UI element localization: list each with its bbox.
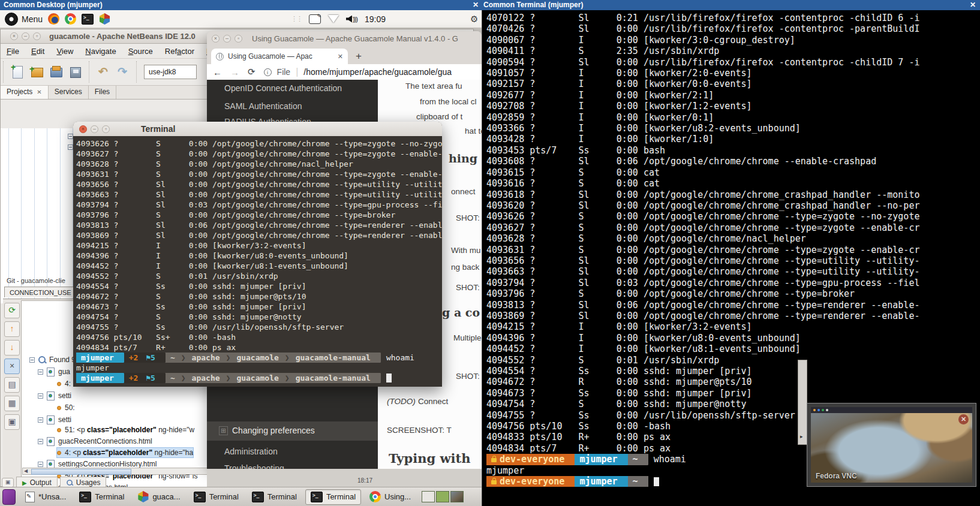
workspace-switcher[interactable] — [422, 491, 464, 502]
text-cursor[interactable] — [386, 374, 392, 382]
show-details-button[interactable]: ▣ — [4, 414, 20, 430]
restore-window-icon[interactable]: ▣ — [2, 478, 14, 487]
prompt-segment: guacamole-manual — [291, 373, 375, 383]
terminal-maximize-button[interactable]: ▫ — [102, 125, 110, 133]
taskbar-item[interactable]: Terminal — [305, 489, 361, 505]
shell-prompt-active[interactable]: mjumper+2 ⚑5~❯apache❯guacamole❯guacamole… — [76, 373, 442, 383]
terminal-minimize-button[interactable]: ‒ — [91, 125, 98, 133]
terminal-launcher-icon[interactable] — [82, 14, 94, 25]
taskbar-item[interactable]: guaca... — [133, 489, 185, 504]
process-line: 4092859 ? I 0:00 [kworker/0:1] — [486, 112, 980, 123]
netbeans-close-button[interactable]: × — [10, 32, 18, 40]
tab-projects[interactable]: Projects✕ — [1, 86, 49, 99]
new-file-button[interactable] — [11, 65, 24, 79]
manual-text-fragment: SHOT: E — [456, 213, 482, 222]
taskbar-item[interactable]: *Unsa... — [20, 490, 71, 504]
prompt-segment: ~ — [628, 454, 643, 465]
status-time: 18:17 — [357, 477, 372, 484]
tab-services[interactable]: Services — [49, 86, 89, 99]
viewer-scroll-strip[interactable]: ▸ — [798, 360, 807, 445]
prompt-segment: dev-everyone — [486, 476, 569, 487]
process-line: 4093428 ? I 0:00 [kworker/1:0] — [486, 134, 980, 144]
menubar-item[interactable]: Navigate — [85, 47, 116, 56]
logical-view-button[interactable]: ▤ — [4, 377, 20, 393]
manual-text-fragment: SHOT: C — [456, 283, 482, 292]
terminal-output[interactable]: 4093626 ? S 0:00 /opt/google/chrome/chro… — [73, 136, 442, 387]
prompt-segment: mjumper — [76, 353, 119, 363]
screenshot-tool-icon[interactable] — [309, 14, 321, 24]
process-line: 4093663 ? Sl 0:00 /opt/google/chrome/chr… — [486, 266, 980, 277]
manual-text-fragment: With mu — [451, 246, 481, 255]
manual-text-fragment: from the local cl — [420, 97, 477, 106]
right-session-close-icon[interactable]: ✕ — [970, 0, 976, 10]
terminal-close-button[interactable]: × — [79, 125, 87, 133]
taskbar-launcher-icon[interactable] — [2, 489, 16, 505]
taskbar-item[interactable]: Terminal — [74, 490, 129, 504]
netbeans-minimize-button[interactable]: ‒ — [22, 32, 29, 40]
menubar-item[interactable]: View — [56, 47, 73, 56]
right-session-close-icon-left[interactable]: ✕ — [473, 0, 479, 10]
next-occurrence-button[interactable]: ↓ — [4, 340, 20, 356]
vnc-close-button[interactable]: ✕ — [958, 414, 969, 424]
menubar-item[interactable]: Refactor — [165, 47, 194, 56]
process-line: 4093813 ? Sl 0:06 /opt/google/chrome/chr… — [76, 220, 442, 230]
workspace-3[interactable] — [450, 491, 464, 502]
tab-projects-close-icon[interactable]: ✕ — [37, 89, 41, 95]
prompt-segment: apache — [187, 353, 225, 363]
save-all-button[interactable] — [68, 65, 82, 79]
scrollbar-thumb[interactable] — [31, 469, 131, 475]
menubar-item[interactable]: Edit — [31, 47, 44, 56]
open-project-button[interactable] — [49, 65, 62, 79]
network-icon[interactable] — [328, 15, 339, 23]
previous-occurrence-button[interactable]: ↑ — [4, 321, 20, 337]
new-project-button[interactable] — [30, 65, 43, 79]
process-line: 4093663 ? Sl 0:00 /opt/google/chrome/chr… — [76, 189, 442, 200]
menubar-item[interactable]: Source — [128, 47, 153, 56]
settings-gear-icon[interactable]: ⚙ — [470, 14, 478, 25]
terminal-icon — [194, 492, 206, 502]
undo-button[interactable]: ↶ — [97, 65, 110, 79]
expand-handle-icon[interactable] — [68, 134, 73, 139]
prompt-segment: ~ — [166, 373, 180, 383]
text-cursor[interactable] — [654, 477, 659, 486]
tab-files[interactable]: Files — [89, 86, 116, 99]
vnc-preview-window[interactable]: ✕ Fedora VNC — [807, 403, 976, 487]
process-line: 4093366 ? I 0:00 [kworker/u8:2-events_un… — [486, 123, 980, 134]
guacamole-launcher-icon[interactable] — [99, 13, 110, 25]
applications-menu-button[interactable]: Menu — [1, 10, 46, 28]
workspace-2[interactable] — [436, 491, 449, 502]
prompt-part: +2 — [129, 373, 139, 383]
panel-grip-icon[interactable]: ⋮⋮ — [291, 15, 302, 23]
process-line: 4093813 ? Sl 0:06 /opt/google/chrome/chr… — [486, 300, 980, 311]
panel-clock[interactable]: 19:09 — [365, 14, 386, 24]
screen: Common Desktop (mjumper) Menu ⋮⋮ ))) 19:… — [0, 0, 980, 506]
volume-icon[interactable]: ))) — [346, 16, 357, 23]
results-horizontal-scrollbar[interactable]: ◀ — [22, 468, 208, 475]
refresh-results-button[interactable]: ⟳ — [4, 303, 20, 318]
menubar-item[interactable]: File — [7, 47, 19, 56]
workspace-1[interactable] — [422, 491, 435, 502]
vnc-desktop-thumbnail[interactable]: ✕ Fedora VNC — [811, 407, 972, 483]
process-line: 4093631 ? S 0:00 /opt/google/chrome/chro… — [486, 245, 980, 255]
prompt-segment: ~ — [628, 476, 643, 487]
taskbar-item[interactable]: Terminal — [247, 490, 302, 504]
typed-command: whoami — [381, 353, 414, 363]
firefox-launcher-icon[interactable] — [48, 13, 59, 25]
expand-handle-icon[interactable] — [68, 144, 73, 150]
scroll-right-icon[interactable]: ▸ — [800, 433, 803, 439]
vnc-window-label: Fedora VNC — [816, 472, 857, 480]
scroll-left-icon[interactable]: ◀ — [24, 468, 28, 474]
collapse-tree-button[interactable]: × — [4, 359, 20, 374]
physical-view-button[interactable]: ▦ — [4, 396, 20, 411]
chrome-launcher-icon[interactable] — [65, 13, 76, 25]
terminal-titlebar[interactable]: × ‒ ▫ Terminal — [73, 122, 442, 137]
jdk-config-select[interactable]: use-jdk8 — [144, 65, 197, 79]
usages-panel-tab[interactable]: CONNECTION_USE — [4, 287, 77, 297]
taskbar-item[interactable]: Using... — [365, 489, 416, 504]
redo-button[interactable]: ↷ — [116, 65, 129, 79]
lock-icon — [491, 480, 497, 484]
powerline-arrow-icon — [375, 353, 381, 363]
taskbar-item[interactable]: Terminal — [189, 490, 244, 504]
terminal-window: × ‒ ▫ Terminal 4093626 ? S 0:00 /opt/goo… — [73, 122, 442, 387]
netbeans-maximize-button[interactable]: ▫ — [33, 32, 41, 40]
